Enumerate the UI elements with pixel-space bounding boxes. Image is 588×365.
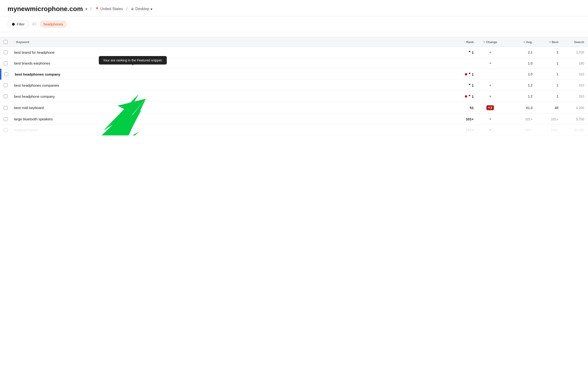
search-cell: 14,400 <box>558 128 584 132</box>
row-checkbox[interactable] <box>4 106 7 110</box>
table-row: best brand for headphone ❝ 1 2.1 1 1,700 <box>0 47 588 58</box>
breadcrumb-sep-1: / <box>91 7 92 12</box>
no-change-dot <box>489 84 491 86</box>
col-header-avg[interactable]: ⇕ Avg. <box>507 40 533 44</box>
search-cell: 310 <box>558 94 584 98</box>
col-header-rank[interactable]: ↑ Rank <box>441 40 474 44</box>
rank-cell: ❝ 1 <box>441 83 474 87</box>
table-row: best midi keyboard 51 ▾ 3 61.0 48 4,200 <box>0 102 588 114</box>
table-row: best headphones companies ❝ 1 1.2 1 310 <box>0 80 588 91</box>
row-checkbox[interactable] <box>4 62 7 65</box>
location-icon: 📍 <box>95 7 99 11</box>
rank-value: 1 <box>472 72 474 76</box>
col-avg-label: Avg. <box>526 40 533 44</box>
change-cell <box>474 52 507 53</box>
row-checkbox[interactable] <box>4 50 7 54</box>
table-row: best brands earphones 1.0 1 160 Your are… <box>0 58 588 69</box>
best-cell: 1 <box>533 83 558 87</box>
avg-cell: 1.0 <box>507 62 533 65</box>
row-checkbox[interactable] <box>4 128 7 132</box>
keyword-cell: keyboard piano <box>14 128 441 132</box>
keyword-cell: best brand for headphone <box>14 50 441 54</box>
change-cell <box>474 96 507 97</box>
table-row: best headphones company ❝ 1 1.0 1 310 <box>0 69 588 80</box>
col-header-best[interactable]: ⇕ Best <box>533 40 558 44</box>
table-header-row: ↑ Keyword ↑ Rank ⇕ Change ⇕ Avg. ⇕ Best … <box>0 37 588 47</box>
filter-dot-icon <box>12 23 15 26</box>
avg-cell: 1.0 <box>507 72 533 76</box>
search-cell: 1,700 <box>558 50 584 54</box>
sort-keyword-icon: ↑ <box>14 41 15 43</box>
no-change-dot <box>489 63 491 64</box>
best-cell: 48 <box>533 106 558 110</box>
avg-cell: 2.1 <box>507 50 533 54</box>
keyword-cell: best brands earphones <box>14 61 441 65</box>
no-change-dot <box>489 96 491 97</box>
filter-bar: Filter 🏷 headphones <box>0 16 588 32</box>
no-change-dot <box>489 118 491 120</box>
tag-icon: 🏷 <box>32 22 36 27</box>
breadcrumb-sep-2: / <box>126 7 128 12</box>
rank-value: 101+ <box>466 128 474 132</box>
rank-drop-badge: ▾ 3 <box>487 105 494 110</box>
location-breadcrumb[interactable]: 📍 United States <box>95 7 123 11</box>
col-header-change[interactable]: ⇕ Change <box>474 40 507 44</box>
col-header-select[interactable] <box>4 40 14 44</box>
row-checkbox[interactable] <box>5 72 8 76</box>
featured-snippet-icon: ❝ <box>468 83 470 87</box>
featured-snippet-red-dot <box>465 95 467 98</box>
best-cell: 101+ <box>533 117 558 121</box>
desktop-icon: 🖥 <box>131 7 134 11</box>
change-cell <box>474 118 507 120</box>
rank-cell: 101+ <box>441 128 474 132</box>
headphones-tag-chip[interactable]: headphones <box>40 21 67 28</box>
search-cell: 160 <box>558 62 584 65</box>
best-cell: 1 <box>533 94 558 98</box>
col-keyword-label: Keyword <box>16 40 29 44</box>
change-cell: ▾ 3 <box>474 105 507 110</box>
keyword-cell: best headphones companies <box>14 83 441 87</box>
highlight-bar <box>1 69 1 80</box>
row-checkbox[interactable] <box>4 94 7 98</box>
col-change-label: Change <box>486 40 497 44</box>
col-header-search: Search <box>558 40 584 44</box>
table-row: best headphone company ❝ 1 1.2 1 310 <box>0 91 588 102</box>
keyword-table: ↑ Keyword ↑ Rank ⇕ Change ⇕ Avg. ⇕ Best … <box>0 32 588 135</box>
rank-cell: ❝ 1 <box>441 50 474 54</box>
rank-value: 101+ <box>466 117 474 121</box>
avg-cell: 1.2 <box>507 83 533 87</box>
site-chevron-icon[interactable]: ▾ <box>85 7 87 11</box>
row-checkbox[interactable] <box>4 83 7 87</box>
no-change-dot <box>489 129 491 131</box>
search-cell: 310 <box>558 72 584 76</box>
keyword-cell: large bluetooth speakers <box>14 117 441 121</box>
best-cell: 1 <box>533 72 558 76</box>
site-title[interactable]: mynewmicrophone.com <box>7 5 83 13</box>
featured-snippet-icon: ❝ <box>468 94 470 98</box>
select-all-checkbox[interactable] <box>4 40 7 44</box>
search-cell: 5,700 <box>558 117 584 121</box>
rank-cell: ❝ 1 <box>441 72 474 76</box>
avg-cell: 61.0 <box>507 106 533 110</box>
device-chevron-icon: ▾ <box>150 7 152 11</box>
row-checkbox[interactable] <box>4 117 7 121</box>
keyword-cell: best headphone company <box>14 94 441 98</box>
change-cell <box>474 84 507 86</box>
featured-snippet-red-dot <box>465 73 467 75</box>
change-cell <box>474 129 507 131</box>
col-rank-label: Rank <box>466 40 474 44</box>
table-row: keyboard piano 101+ 101+ 101+ 14,400 <box>0 125 588 135</box>
col-header-keyword[interactable]: ↑ Keyword <box>14 40 441 44</box>
filter-button[interactable]: Filter <box>7 20 29 28</box>
device-breadcrumb[interactable]: 🖥 Desktop ▾ <box>131 7 153 11</box>
change-cell <box>474 63 507 64</box>
rank-value: 1 <box>472 83 474 87</box>
rank-value: 51 <box>470 106 474 110</box>
sort-change-icon: ⇕ <box>483 41 485 43</box>
best-cell: 101+ <box>533 128 558 132</box>
search-cell: 4,200 <box>558 106 584 110</box>
drop-arrow-icon: ▾ <box>488 106 490 109</box>
rank-cell: 101+ <box>441 117 474 121</box>
best-cell: 1 <box>533 50 558 54</box>
table-row: large bluetooth speakers 101+ 101+ 101+ … <box>0 114 588 125</box>
